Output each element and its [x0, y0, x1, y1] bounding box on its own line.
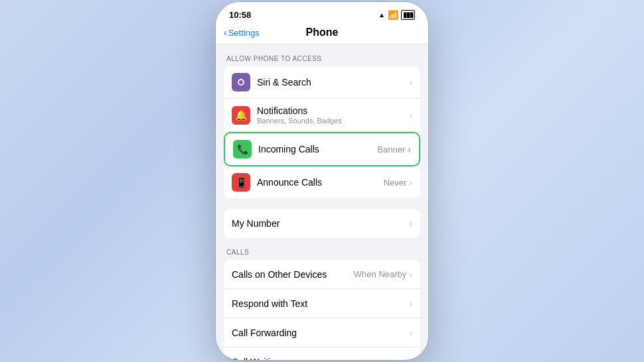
call-forwarding-label: Call Forwarding	[232, 328, 297, 338]
section-label-calls: CALLS	[216, 249, 428, 260]
row-my-number[interactable]: My Number ›	[224, 209, 420, 238]
my-number-label: My Number	[232, 218, 280, 229]
row-call-forwarding[interactable]: Call Forwarding ›	[224, 318, 420, 347]
notifications-chevron: ›	[408, 110, 412, 121]
settings-group-allow: Siri & Search › 🔔 Notifications Banners,…	[224, 66, 420, 198]
siri-icon	[232, 73, 250, 91]
signal-icon: ▲	[378, 11, 385, 19]
my-number-chevron: ›	[408, 218, 412, 229]
calls-other-devices-label: Calls on Other Devices	[232, 269, 327, 280]
respond-chevron: ›	[408, 298, 412, 309]
row-incoming-calls[interactable]: 📞 Incoming Calls Banner ›	[224, 132, 420, 166]
back-label: Settings	[228, 28, 260, 38]
settings-content: ALLOW PHONE TO ACCESS Siri & Search ›	[216, 44, 428, 360]
row-siri-search[interactable]: Siri & Search ›	[224, 66, 420, 99]
row-announce-calls[interactable]: 📱 Announce Calls Never ›	[224, 166, 420, 198]
section-label-allow: ALLOW PHONE TO ACCESS	[216, 55, 428, 66]
row-respond-with-text[interactable]: Respond with Text ›	[224, 289, 420, 318]
announce-calls-label: Announce Calls	[257, 177, 322, 188]
siri-chevron: ›	[408, 77, 412, 88]
respond-with-text-label: Respond with Text	[232, 298, 307, 309]
status-bar: 10:58 ▲ 📶 ▮▮▮	[216, 2, 428, 24]
calls-other-devices-value: When Nearby ›	[354, 269, 412, 280]
nav-bar: ‹ Settings Phone	[216, 24, 428, 44]
settings-group-calls: Calls on Other Devices When Nearby › Res…	[224, 260, 420, 360]
battery-icon: ▮▮▮	[401, 10, 415, 20]
incoming-calls-label: Incoming Calls	[258, 144, 319, 154]
incoming-calls-value: Banner ›	[377, 144, 411, 154]
svg-point-1	[239, 80, 243, 84]
status-icons: ▲ 📶 ▮▮▮	[378, 10, 415, 20]
status-time: 10:58	[229, 10, 251, 20]
phone-frame: 10:58 ▲ 📶 ▮▮▮ ‹ Settings Phone ALLOW PHO…	[216, 2, 428, 360]
notifications-sublabel: Banners, Sounds, Badges	[257, 117, 408, 125]
row-calls-other-devices[interactable]: Calls on Other Devices When Nearby ›	[224, 260, 420, 289]
row-call-waiting[interactable]: Call Waiting ›	[224, 347, 420, 360]
back-button[interactable]: ‹ Settings	[224, 27, 260, 38]
page-title: Phone	[306, 27, 339, 38]
back-chevron-icon: ‹	[224, 27, 227, 38]
notifications-icon: 🔔	[232, 106, 250, 125]
settings-group-my-number: My Number ›	[224, 209, 420, 238]
call-waiting-label: Call Waiting	[232, 357, 281, 361]
announce-calls-icon: 📱	[232, 173, 250, 192]
announce-calls-value: Never ›	[384, 177, 412, 188]
siri-search-label: Siri & Search	[257, 77, 311, 88]
call-forwarding-chevron: ›	[408, 328, 412, 338]
notifications-label: Notifications	[257, 105, 408, 116]
wifi-icon: 📶	[388, 10, 398, 20]
incoming-calls-icon: 📞	[233, 140, 252, 158]
call-waiting-chevron: ›	[408, 357, 412, 361]
row-notifications[interactable]: 🔔 Notifications Banners, Sounds, Badges …	[224, 99, 420, 132]
